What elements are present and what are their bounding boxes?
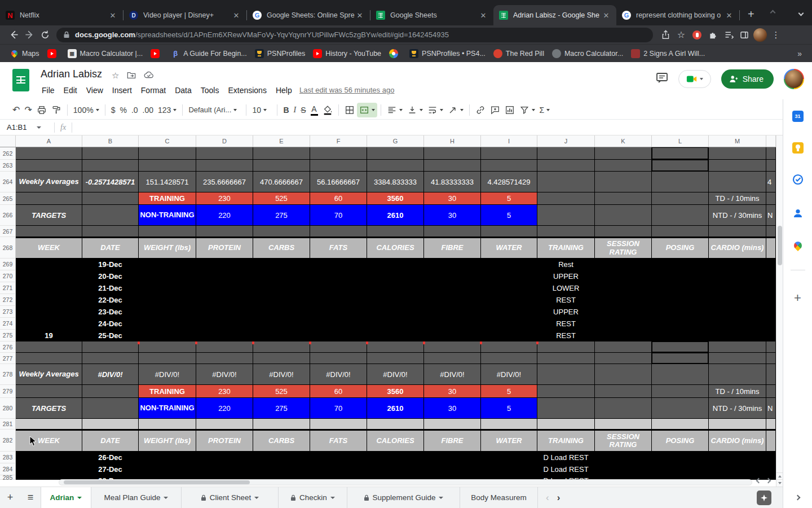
cell-J280[interactable] <box>537 398 595 419</box>
cell-F277[interactable] <box>310 353 367 364</box>
cell-E271[interactable] <box>253 282 310 294</box>
cell-N278[interactable] <box>766 364 776 385</box>
cell-M267[interactable] <box>709 226 766 237</box>
cell-I281[interactable] <box>481 419 537 430</box>
cell-F281[interactable] <box>310 419 367 430</box>
row-header-277[interactable]: 277 <box>0 353 16 364</box>
cell-D272[interactable] <box>196 294 253 306</box>
bold-button[interactable]: B <box>281 103 291 117</box>
insert-comment-icon[interactable] <box>488 103 502 117</box>
row-header-275[interactable]: 275 <box>0 330 16 341</box>
cell-H278[interactable]: #DIV/0! <box>424 364 481 385</box>
cell-D264[interactable]: 235.6666667 <box>196 172 253 192</box>
back-icon[interactable] <box>6 27 21 43</box>
cell-J262[interactable] <box>537 147 595 160</box>
cell-G263[interactable] <box>367 160 424 172</box>
cell-L276[interactable] <box>652 341 709 353</box>
cell-N268[interactable] <box>766 237 776 259</box>
cell-A264[interactable]: Weekly Averages <box>16 172 82 192</box>
cell-I273[interactable] <box>481 306 537 318</box>
cell-B266[interactable] <box>82 205 139 226</box>
all-sheets-button[interactable]: ≡ <box>20 487 41 508</box>
cell-A277[interactable] <box>16 353 82 364</box>
cell-L274[interactable] <box>652 318 709 330</box>
cell-J271[interactable]: LOWER <box>537 282 595 294</box>
cell-G264[interactable]: 3384.833333 <box>367 172 424 192</box>
cell-N282[interactable] <box>766 430 776 452</box>
cell-I284[interactable] <box>481 463 537 475</box>
column-header-K[interactable]: K <box>595 135 652 147</box>
cell-G284[interactable] <box>367 463 424 475</box>
cell-B284[interactable]: 27-Dec <box>82 463 139 475</box>
cell-F279[interactable]: 60 <box>310 385 367 398</box>
cell-L275[interactable] <box>652 330 709 341</box>
cell-L277[interactable] <box>652 353 709 364</box>
cell-G270[interactable] <box>367 270 424 282</box>
cell-E281[interactable] <box>253 419 310 430</box>
row-header-262[interactable]: 262 <box>0 147 16 160</box>
cell-C272[interactable] <box>139 294 196 306</box>
cell-I266[interactable]: 5 <box>481 205 537 226</box>
cell-M276[interactable] <box>709 341 766 353</box>
cell-J277[interactable] <box>537 353 595 364</box>
column-header-J[interactable]: J <box>537 135 595 147</box>
column-header-N[interactable] <box>766 135 776 147</box>
forward-icon[interactable] <box>21 27 37 43</box>
cell-C270[interactable] <box>139 270 196 282</box>
cell-C263[interactable] <box>139 160 196 172</box>
reading-list-icon[interactable] <box>721 27 736 43</box>
cell-H284[interactable] <box>424 463 481 475</box>
cell-K278[interactable] <box>595 364 652 385</box>
sheet-nav-right-icon[interactable]: › <box>557 492 561 503</box>
cell-H274[interactable] <box>424 318 481 330</box>
cell-C284[interactable] <box>139 463 196 475</box>
cell-M270[interactable] <box>709 270 766 282</box>
share-page-icon[interactable] <box>657 27 673 43</box>
cell-I264[interactable]: 4.428571429 <box>481 172 537 192</box>
cell-B263[interactable] <box>82 160 139 172</box>
bookmark-6[interactable]: PSNProfiles <box>255 49 305 58</box>
cell-D276[interactable] <box>196 341 253 353</box>
cell-F274[interactable] <box>310 318 367 330</box>
cell-D282[interactable]: PROTEIN <box>196 430 253 452</box>
cell-H276[interactable] <box>424 341 481 353</box>
decrease-decimals-button[interactable]: .0 <box>129 103 140 117</box>
browser-tab-2[interactable]: D Video player | Disney+ ✕ <box>123 5 246 25</box>
move-to-folder-icon[interactable] <box>127 71 136 81</box>
cell-G275[interactable] <box>367 330 424 341</box>
cell-L279[interactable] <box>652 385 709 398</box>
cell-L271[interactable] <box>652 282 709 294</box>
cell-G271[interactable] <box>367 282 424 294</box>
cell-L268[interactable]: POSING <box>652 237 709 259</box>
menu-extensions[interactable]: Extensions <box>223 85 271 96</box>
browser-tab-5[interactable]: Adrian Labisz - Google She ✕ <box>493 5 616 25</box>
menu-data[interactable]: Data <box>170 85 196 96</box>
cell-K277[interactable] <box>595 353 652 364</box>
cell-F271[interactable] <box>310 282 367 294</box>
bookmark-1[interactable]: Maps <box>10 49 39 58</box>
calendar-icon[interactable]: 31 <box>792 111 804 122</box>
row-header-266[interactable]: 266 <box>0 205 16 226</box>
cell-A263[interactable] <box>16 160 82 172</box>
insert-chart-icon[interactable] <box>502 103 517 117</box>
insert-link-icon[interactable] <box>473 103 488 117</box>
cell-C280[interactable]: NON-TRAINING <box>139 398 196 419</box>
cell-H268[interactable]: FIBRE <box>424 237 481 259</box>
cell-G268[interactable]: CALORIES <box>367 237 424 259</box>
cell-I271[interactable] <box>481 282 537 294</box>
document-title[interactable]: Adrian Labisz <box>41 68 102 80</box>
column-header-L[interactable]: L <box>652 135 709 147</box>
cell-D283[interactable] <box>196 452 253 463</box>
row-header-268[interactable]: 268 <box>0 237 16 259</box>
cell-E280[interactable]: 275 <box>253 398 310 419</box>
cell-K281[interactable] <box>595 419 652 430</box>
cell-F264[interactable]: 56.16666667 <box>310 172 367 192</box>
cell-F275[interactable] <box>310 330 367 341</box>
bookmark-4[interactable] <box>151 49 163 58</box>
cell-K284[interactable] <box>595 463 652 475</box>
cell-C267[interactable] <box>139 226 196 237</box>
cell-J266[interactable] <box>537 205 595 226</box>
cell-E275[interactable] <box>253 330 310 341</box>
tab-close-icon[interactable]: ✕ <box>602 11 611 20</box>
cell-J282[interactable]: TRAINING <box>537 430 595 452</box>
